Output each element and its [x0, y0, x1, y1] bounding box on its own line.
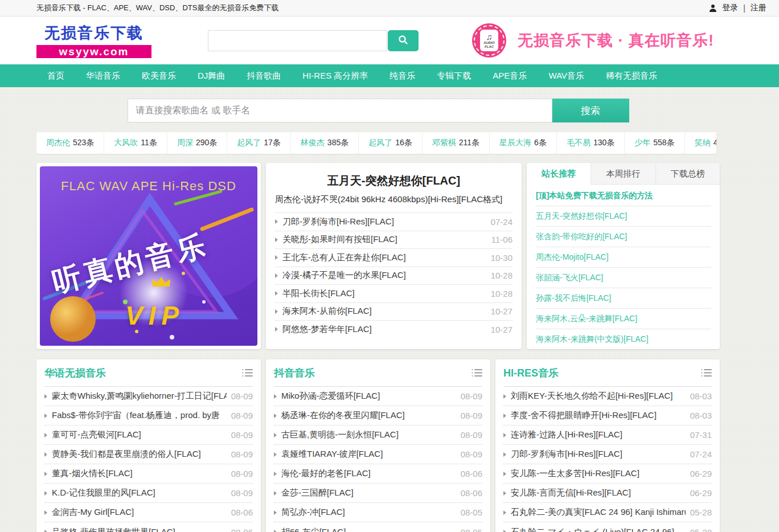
arrow-icon	[44, 472, 47, 476]
featured-song-subtitle[interactable]: 周杰伦-说好不哭(24bit 96kHz 4608kbps)[Hi-Res][F…	[275, 194, 512, 205]
hot-tag[interactable]: 起风了 17条	[227, 132, 291, 154]
pinned-link[interactable]: [顶]本站免费下载无损音乐的方法	[536, 186, 711, 206]
song-date: 08-09	[231, 488, 253, 498]
search-section: 搜索	[36, 87, 720, 122]
tag-name: 起风了	[237, 138, 261, 148]
ranking-link[interactable]: 海来阿木-来跳舞(中文版)[FLAC]	[536, 329, 711, 349]
list-more-icon[interactable]	[472, 369, 482, 377]
hot-tag[interactable]: 邓紫棋 211条	[423, 132, 490, 154]
song-date: 10-27	[491, 306, 512, 316]
arrow-icon	[274, 472, 277, 476]
tag-count: 6条	[534, 138, 547, 148]
song-link[interactable]: 海来阿木-从前你[FLAC]	[282, 306, 486, 317]
song-link[interactable]: 刀郎-罗刹海市[Hi-Res][FLAC]	[511, 449, 686, 460]
song-row: Fabs$-带你到宇宙（feat.杨雁迪，prod. by唐 08-09	[44, 406, 253, 425]
nav-item[interactable]: 华语音乐	[75, 64, 131, 87]
ranking-link[interactable]: 孙露-我不后悔[FLAC]	[536, 288, 711, 309]
arrow-icon	[275, 273, 278, 278]
hot-tag[interactable]: 周深 290条	[167, 132, 227, 154]
header-search-input[interactable]	[208, 30, 387, 51]
song-date: 08-09	[231, 411, 253, 420]
hot-tag[interactable]: 林俊杰 385条	[291, 132, 359, 154]
arrow-icon	[503, 433, 506, 437]
nav-item[interactable]: WAV音乐	[538, 64, 595, 87]
song-link[interactable]: K.D-记住我眼里的风[FLAC]	[52, 488, 227, 498]
ranking-link[interactable]: 五月天-突然好想你[FLAC]	[536, 206, 711, 227]
ranking-tabs: 站长推荐 本周排行 下载总榜	[527, 163, 720, 185]
hot-tag[interactable]: 周杰伦 523条	[36, 132, 104, 154]
song-link[interactable]: Fabs$-带你到宇宙（feat.杨雁迪，prod. by唐	[52, 410, 227, 421]
hot-tag[interactable]: 大风吹 11条	[104, 132, 167, 154]
song-link[interactable]: 吕奖格-悲伤男孩拯救世界[FLAC]	[52, 527, 227, 532]
nav-list: 首页 华语音乐 欧美音乐 DJ舞曲 抖音歌曲 HI-RES 高分辨率 纯音乐 专…	[36, 64, 720, 87]
vip-banner[interactable]: FLAC WAV APE Hi-Res DSD 听真的音乐 VIP	[36, 163, 261, 349]
nav-item[interactable]: 抖音歌曲	[236, 64, 292, 87]
column-hires: HI-RES音乐 刘雨KEY-天长地久你给不起[Hi-Res][FLAC] 08…	[495, 359, 720, 532]
ranking-link[interactable]: 张含韵-带你吃好的[FLAC]	[536, 227, 711, 247]
nav-item[interactable]: 稀有无损音乐	[595, 64, 668, 87]
song-link[interactable]: 安儿陈-言而无信[Hi-Res][FLAC]	[511, 488, 686, 498]
song-link[interactable]: 李度-舍不得把眼睛睁开[Hi-Res][FLAC]	[511, 410, 686, 421]
song-link[interactable]: 黄静美-我们都是夜里崩溃的俗人[FLAC]	[52, 449, 227, 460]
song-date: 08-09	[231, 391, 253, 401]
song-link[interactable]: 古巨基,黄明德-一刻永恒[FLAC]	[281, 429, 456, 440]
tab-total[interactable]: 下载总榜	[655, 163, 720, 185]
nav-item[interactable]: HI-RES 高分辨率	[292, 64, 379, 87]
ranking-link[interactable]: 海来阿木,云朵-来跳舞[FLAC]	[536, 309, 711, 329]
song-link[interactable]: 杨丞琳-在你的冬夜里闪耀[FLAC]	[281, 410, 456, 421]
featured-panel: 五月天-突然好想你[FLAC] 周杰伦-说好不哭(24bit 96kHz 460…	[266, 163, 522, 349]
song-link[interactable]: 阿悠悠-梦若华年[FLAC]	[282, 324, 486, 335]
tag-name: 大风吹	[114, 138, 138, 148]
badge-text-1: AUDIO	[483, 41, 494, 45]
tab-recommend[interactable]: 站长推荐	[527, 163, 591, 185]
song-link[interactable]: 冷漠-橘子不是唯一的水果[FLAC]	[282, 270, 486, 281]
song-link[interactable]: 半阳-长街长[FLAC]	[282, 288, 486, 299]
site-logo[interactable]: 无损音乐下载 wsyyw.com	[36, 23, 151, 58]
user-icon	[709, 4, 717, 12]
song-link[interactable]: 海伦-最好的老爸[FLAC]	[281, 468, 456, 479]
nav-item[interactable]: 欧美音乐	[131, 64, 187, 87]
hot-tag[interactable]: 毛不易 130条	[557, 132, 625, 154]
song-date: 10-27	[491, 325, 512, 334]
song-link[interactable]: 关晓彤-如果时间有按钮[FLAC]	[282, 234, 487, 245]
hot-tag[interactable]: 星辰大海 6条	[490, 132, 557, 154]
song-link[interactable]: 袁娅维TIARAY-彼岸[FLAC]	[281, 449, 456, 460]
song-link[interactable]: 安儿陈-一生太多苦[Hi-Res][FLAC]	[511, 468, 686, 479]
hot-tag[interactable]: 笑纳 4条	[685, 132, 716, 154]
hot-tag[interactable]: 少年 558条	[625, 132, 684, 154]
song-link[interactable]: 石丸幹二-マイ・ウェイ (Live)[FLAC 24 96]	[511, 527, 686, 532]
nav-item[interactable]: 纯音乐	[379, 64, 426, 87]
nav-item[interactable]: DJ舞曲	[187, 64, 236, 87]
nav-item[interactable]: APE音乐	[482, 64, 538, 87]
list-more-icon[interactable]	[701, 369, 712, 377]
hot-tag[interactable]: 起风了 16条	[359, 132, 423, 154]
song-link[interactable]: Miko孙涵-恋爱循环[FLAC]	[281, 391, 456, 402]
ranking-link[interactable]: 张韶涵-飞火[FLAC]	[536, 268, 711, 288]
song-link[interactable]: 蒙太奇Whisky,萧鸣圜kyliehorner-打工日记[FLAC]	[52, 391, 227, 402]
song-link[interactable]: 金润吉-My Girl[FLAC]	[52, 507, 227, 518]
register-link[interactable]: 注册	[751, 3, 766, 13]
song-link[interactable]: 王北车-总有人正在奔赴你[FLAC]	[282, 252, 486, 263]
song-date: 11-06	[491, 235, 512, 244]
song-link[interactable]: 刀郎-罗刹海市[Hi-Res][FLAC]	[282, 216, 486, 227]
song-link[interactable]: 童可可-点亮银河[FLAC]	[52, 429, 227, 440]
ranking-link[interactable]: 周杰伦-Mojito[FLAC]	[536, 247, 711, 268]
featured-song-title[interactable]: 五月天-突然好想你[FLAC]	[275, 173, 512, 189]
login-link[interactable]: 登录	[722, 3, 738, 13]
song-date: 08-06	[231, 527, 253, 532]
header-search-button[interactable]	[388, 30, 419, 51]
nav-item[interactable]: 专辑下载	[426, 64, 482, 87]
song-link[interactable]: 金莎-三国醉[FLAC]	[281, 488, 456, 498]
search-input[interactable]	[128, 99, 552, 122]
song-link[interactable]: 简弘亦-冲[FLAC]	[281, 507, 456, 518]
song-link[interactable]: 刘雨KEY-天长地久你给不起[Hi-Res][FLAC]	[511, 391, 686, 402]
tag-count: 4条	[714, 138, 716, 148]
search-button[interactable]: 搜索	[552, 99, 629, 122]
song-link[interactable]: 董真-烟火情长[FLAC]	[52, 468, 227, 479]
song-link[interactable]: 石丸幹二-美の真実[FLAC 24 96] Kanji Ishimaru	[511, 507, 686, 518]
nav-item[interactable]: 首页	[36, 64, 75, 87]
song-link[interactable]: 胡66-灰尘[FLAC]	[281, 527, 456, 532]
tab-weekly[interactable]: 本周排行	[591, 163, 655, 185]
song-link[interactable]: 连诗雅-过路人[Hi-Res][FLAC]	[511, 429, 686, 440]
list-more-icon[interactable]	[242, 369, 253, 377]
